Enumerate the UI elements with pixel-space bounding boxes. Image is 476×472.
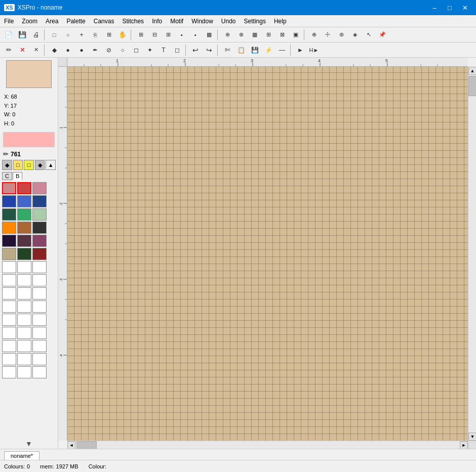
swatch-4-2[interactable]	[32, 235, 47, 247]
grid2-button[interactable]: ⊟	[148, 29, 161, 41]
swatch-11-0[interactable]	[2, 327, 16, 339]
slash-button[interactable]: ⊘	[102, 44, 115, 56]
hscroll-right[interactable]: ►	[460, 441, 468, 449]
new-button[interactable]: 📄	[2, 29, 15, 41]
star-button[interactable]: ✦	[143, 44, 156, 56]
clear-button[interactable]: ✕	[29, 44, 43, 56]
swatch-6-2[interactable]	[32, 261, 47, 273]
swatch-4-0[interactable]	[2, 235, 16, 247]
swatch-8-0[interactable]	[2, 287, 16, 299]
sym5-button[interactable]: ⊠	[275, 29, 289, 41]
menu-item-help[interactable]: Help	[270, 15, 291, 27]
circle2-button[interactable]: ●	[75, 44, 88, 56]
swatch-4-1[interactable]	[17, 235, 31, 247]
swatch-10-2[interactable]	[32, 314, 47, 326]
cut-button[interactable]: ✄	[221, 44, 234, 56]
swatch-1-2[interactable]	[32, 195, 47, 207]
nav4-button[interactable]: ↖	[362, 29, 375, 41]
select-button[interactable]: ◻	[171, 44, 184, 56]
menu-item-info[interactable]: Info	[148, 15, 166, 27]
rect-button[interactable]: ◻	[130, 44, 143, 56]
menu-item-window[interactable]: Window	[187, 15, 217, 27]
swatch-9-2[interactable]	[32, 301, 47, 313]
menu-item-undo[interactable]: Undo	[217, 15, 240, 27]
menu-item-canvas[interactable]: Canvas	[90, 15, 118, 27]
swatch-11-1[interactable]	[17, 327, 31, 339]
hscroll-track[interactable]	[75, 441, 460, 449]
pen-button[interactable]: ✒	[89, 44, 102, 56]
hscroll-left[interactable]: ◄	[67, 441, 75, 449]
swatch-5-0[interactable]	[2, 248, 16, 260]
swatch-0-2[interactable]	[32, 182, 47, 194]
menu-item-zoom[interactable]: Zoom	[18, 15, 42, 27]
copy-button[interactable]: ⊞	[102, 29, 115, 41]
ellipse-select-button[interactable]: ○	[61, 29, 74, 41]
swatch-13-2[interactable]	[32, 353, 47, 365]
horizontal-scrollbar[interactable]: ◄ ►	[67, 441, 468, 449]
swatch-3-2[interactable]	[32, 222, 47, 234]
stitch-arrow[interactable]: ▲	[46, 160, 56, 170]
swatch-0-1[interactable]	[17, 182, 31, 194]
menu-item-area[interactable]: Area	[42, 15, 62, 27]
palette-tab-c[interactable]: C	[2, 172, 12, 180]
sym4-button[interactable]: ⊞	[262, 29, 275, 41]
text-button[interactable]: T	[157, 44, 170, 56]
minimize-button[interactable]: –	[427, 1, 442, 15]
fill-button[interactable]: ▪	[175, 29, 188, 41]
stitch-sq1[interactable]: □	[13, 160, 23, 170]
sym6-button[interactable]: ▣	[289, 29, 302, 41]
print-button[interactable]: 🖨	[29, 29, 43, 41]
cross-stitch-canvas[interactable]	[67, 67, 468, 441]
menu-item-file[interactable]: File	[0, 15, 18, 27]
swatch-7-0[interactable]	[2, 274, 16, 286]
vscroll-track[interactable]	[468, 75, 476, 433]
stitch-diamond1[interactable]: ◆	[2, 160, 12, 170]
play-button[interactable]: ►	[294, 44, 307, 56]
save-button[interactable]: 💾	[16, 29, 29, 41]
eraser-button[interactable]: ✕	[16, 44, 29, 56]
stitch-sq2[interactable]: □	[24, 160, 34, 170]
vertical-scrollbar[interactable]: ▲ ▼	[468, 67, 476, 441]
swatch-0-0[interactable]	[2, 182, 16, 194]
swatch-2-2[interactable]	[32, 208, 47, 221]
sym2-button[interactable]: ⊗	[234, 29, 248, 41]
palette-scroll-arrow[interactable]: ▼	[0, 439, 58, 449]
swatch-5-2[interactable]	[32, 248, 47, 260]
swatch-14-1[interactable]	[17, 366, 31, 378]
swatch-10-1[interactable]	[17, 314, 31, 326]
swatch-12-2[interactable]	[32, 340, 47, 352]
swatch-5-1[interactable]	[17, 248, 31, 260]
swatch-6-1[interactable]	[17, 261, 31, 273]
paste-button[interactable]: ⎘	[89, 29, 102, 41]
swatch-3-1[interactable]	[17, 222, 31, 234]
hscroll-thumb[interactable]	[76, 441, 97, 449]
menu-item-motif[interactable]: Motif	[166, 15, 187, 27]
swatch-12-0[interactable]	[2, 340, 16, 352]
vscroll-up[interactable]: ▲	[468, 67, 476, 75]
vscroll-down[interactable]: ▼	[468, 433, 476, 441]
swatch-13-0[interactable]	[2, 353, 16, 365]
nav5-button[interactable]: 📌	[376, 29, 389, 41]
oval-button[interactable]: ○	[116, 44, 129, 56]
menu-item-palette[interactable]: Palette	[62, 15, 89, 27]
swatch-9-0[interactable]	[2, 301, 16, 313]
sym1-button[interactable]: ⊕	[221, 29, 234, 41]
lightning-button[interactable]: ⚡	[262, 44, 275, 56]
hand-button[interactable]: ✋	[116, 29, 129, 41]
canvas-scroll[interactable]	[67, 67, 468, 441]
save2-button[interactable]: 💾	[248, 44, 261, 56]
circle-button[interactable]: ●	[61, 44, 74, 56]
swatch-6-0[interactable]	[2, 261, 16, 273]
swatch-1-1[interactable]	[17, 195, 31, 207]
swatch-14-2[interactable]	[32, 366, 47, 378]
grid3-button[interactable]: ⊞	[162, 29, 175, 41]
swatch-2-0[interactable]	[2, 208, 16, 221]
vscroll-thumb[interactable]	[468, 76, 476, 96]
active-color-bar[interactable]	[3, 132, 55, 147]
pencil-button[interactable]: ✏	[2, 44, 15, 56]
diamond-button[interactable]: ◆	[48, 44, 61, 56]
swatch-7-2[interactable]	[32, 274, 47, 286]
swatch-10-0[interactable]	[2, 314, 16, 326]
swatch-13-1[interactable]	[17, 353, 31, 365]
swatch-7-1[interactable]	[17, 274, 31, 286]
